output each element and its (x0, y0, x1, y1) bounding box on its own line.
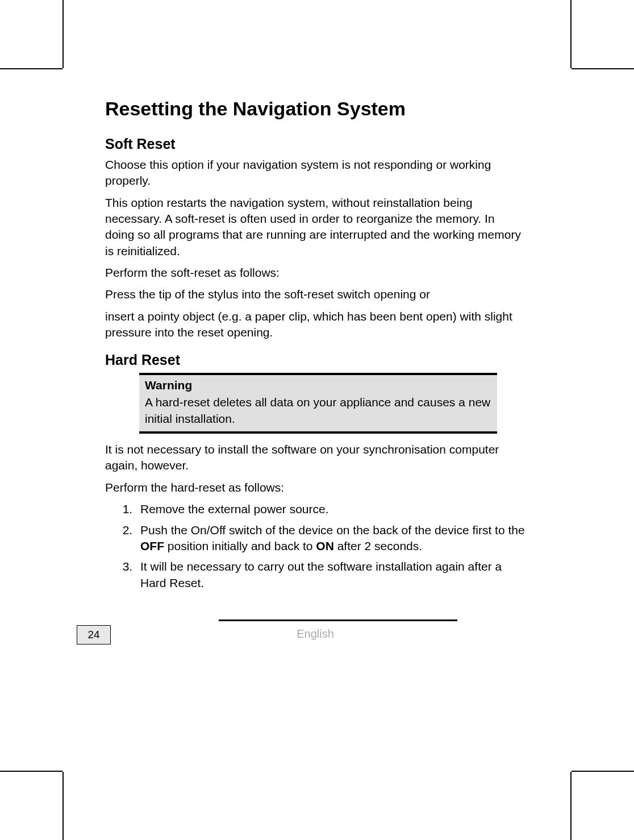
bold-text: OFF (140, 539, 164, 552)
crop-mark (62, 772, 64, 840)
list-item: Push the On/Off switch of the device on … (136, 522, 525, 555)
body-text: Perform the soft-reset as follows: (105, 265, 525, 281)
list-item: It will be necessary to carry out the so… (136, 559, 525, 591)
crop-mark (0, 68, 62, 69)
crop-mark (0, 771, 62, 772)
hard-reset-heading: Hard Reset (105, 352, 525, 368)
body-text: It is not necessary to install the softw… (105, 442, 525, 474)
body-text: Press the tip of the stylus into the sof… (105, 286, 525, 302)
list-text: position initially and back to (164, 539, 316, 552)
bold-text: ON (316, 539, 334, 552)
crop-mark (572, 68, 634, 69)
crop-mark (570, 0, 572, 68)
main-heading: Resetting the Navigation System (105, 98, 525, 120)
warning-title: Warning (145, 379, 491, 392)
list-item: Remove the external power source. (136, 501, 525, 517)
body-text: insert a pointy object (e.g. a paper cli… (105, 309, 525, 341)
crop-mark (62, 0, 64, 68)
footer-divider (219, 619, 457, 621)
page-content: Resetting the Navigation System Soft Res… (105, 98, 525, 596)
ordered-list: Remove the external power source. Push t… (136, 501, 525, 591)
warning-box: Warning A hard-reset deletes all data on… (139, 373, 497, 434)
crop-mark (570, 772, 572, 840)
list-text: after 2 seconds. (334, 539, 422, 552)
body-text: Choose this option if your navigation sy… (105, 157, 525, 189)
body-text: This option restarts the navigation syst… (105, 195, 525, 259)
list-text: Push the On/Off switch of the device on … (140, 523, 525, 537)
body-text: Perform the hard-reset as follows: (105, 480, 525, 496)
warning-body: A hard-reset deletes all data on your ap… (145, 394, 491, 427)
language-label: English (105, 627, 525, 641)
crop-mark (572, 771, 634, 772)
soft-reset-heading: Soft Reset (105, 136, 525, 152)
